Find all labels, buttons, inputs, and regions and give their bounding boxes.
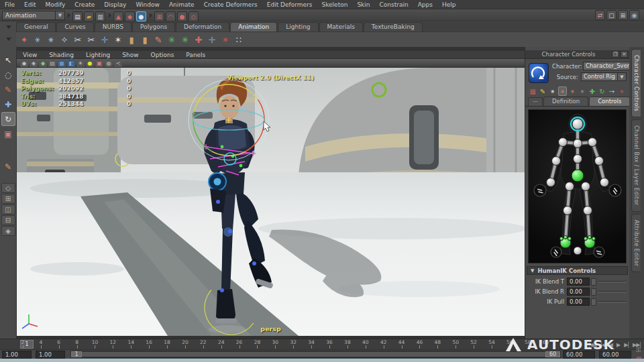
chevron-down-icon[interactable]: ▼ — [618, 72, 627, 81]
timeline-tick-4[interactable]: 4 — [39, 339, 42, 345]
menu-help[interactable]: Help — [437, 0, 461, 9]
range-bar[interactable] — [72, 352, 559, 357]
shelf-tab-nurbs[interactable]: NURBS — [95, 22, 131, 32]
shelf-parent-constraint-icon[interactable]: ✶ — [219, 33, 232, 46]
timeline-tick-34[interactable]: 34 — [308, 339, 315, 345]
field-value-input[interactable]: 0.00 — [567, 278, 590, 286]
menu-constrain[interactable]: Constrain — [375, 0, 413, 9]
timeline-tick-12[interactable]: 12 — [110, 339, 117, 345]
grid-display-icon[interactable]: ⊞ — [618, 10, 628, 20]
modeling-toolkit-icon[interactable]: ▢ — [606, 10, 616, 20]
playback-end-field[interactable]: 60.00 — [563, 351, 595, 359]
timeline-tick-40[interactable]: 40 — [362, 339, 369, 345]
snap-to-curve-icon[interactable]: ◠ — [166, 11, 176, 21]
timeline-tick-26[interactable]: 26 — [236, 339, 243, 345]
shelf-scale-constraint-icon[interactable]: ✛ — [205, 33, 219, 46]
humanik-controls-section[interactable]: ▼ HumanIK Controls — [527, 266, 628, 275]
animation-start-field[interactable]: 1.00 — [2, 351, 32, 359]
source-value[interactable]: Control Rig — [581, 72, 618, 81]
select-camera-icon[interactable]: ◉ — [20, 60, 28, 67]
shelf-insert-joint-icon[interactable]: ✧ — [58, 33, 71, 46]
timeline-tick-32[interactable]: 32 — [290, 339, 297, 345]
shelf-mirror-joint-icon[interactable]: ✂ — [85, 33, 98, 46]
split-layout-button[interactable]: ⊟ — [1, 215, 15, 225]
keyable-toggle-icon[interactable] — [591, 288, 596, 296]
timeline-tick-2[interactable]: 2 — [21, 339, 25, 345]
viewport-menu-lighting[interactable]: Lighting — [80, 51, 116, 59]
new-scene-icon[interactable]: ▤ — [72, 11, 83, 21]
field-slider[interactable] — [598, 281, 627, 283]
xray-icon[interactable]: ≺ — [114, 60, 122, 67]
humanik-body-view[interactable] — [528, 109, 627, 263]
lasso-select-tool[interactable]: ◌ — [1, 68, 15, 82]
bookmark-icon[interactable]: ▤ — [48, 60, 56, 67]
shelf-tab-polygons[interactable]: Polygons — [132, 22, 175, 32]
two-d-pan-zoom-icon[interactable]: ◧ — [67, 60, 75, 67]
film-gate-icon[interactable]: ✳ — [76, 60, 85, 67]
side-tab-attribute-editor[interactable]: Attribute Editor — [631, 214, 641, 273]
character-controls-titlebar[interactable]: Character Controls ❐ ✕ — [525, 50, 629, 59]
symmetry-icon[interactable]: ⇄ — [595, 10, 605, 20]
play-backwards-button[interactable]: ◀ — [607, 342, 614, 348]
character-controls-toggle-icon[interactable]: ◉ — [629, 10, 639, 20]
menu-window[interactable]: Window — [131, 0, 164, 9]
shelf-ik-handle-icon[interactable]: ⚹ — [31, 33, 44, 46]
viewport-menu-options[interactable]: Options — [145, 51, 180, 59]
timeline-tick-16[interactable]: 16 — [146, 339, 152, 345]
timeline-tick-52[interactable]: 52 — [470, 339, 477, 345]
shelf-skeleton-icon[interactable]: ✶ — [111, 33, 125, 46]
grease-pencil-icon[interactable]: ◍ — [105, 60, 113, 67]
snap-to-grid-icon[interactable]: ⊞ — [154, 11, 164, 21]
select-hierarchy-icon[interactable]: ▲ — [113, 11, 123, 21]
keying-mode-icon[interactable]: ▦ — [529, 86, 537, 96]
timeline-tick-14[interactable]: 14 — [127, 339, 134, 345]
timeline-tick-20[interactable]: 20 — [182, 339, 189, 345]
timeline-tick-60[interactable]: 60 — [543, 339, 549, 345]
menu-animate[interactable]: Animate — [164, 0, 199, 9]
snap-to-point-icon[interactable]: ● — [177, 11, 187, 21]
snap-to-plane-icon[interactable]: ◇ — [189, 11, 199, 21]
keyable-toggle-icon[interactable] — [591, 298, 596, 306]
rotate-tool[interactable]: ↻ — [1, 112, 15, 126]
viewport-3d-view[interactable]: Verts:2077390Edges:4128570Polygons:20209… — [17, 68, 525, 336]
timeline-tick-54[interactable]: 54 — [488, 339, 495, 345]
shelf-orient-joint-icon[interactable]: ✛ — [98, 33, 111, 46]
scale-tool[interactable]: ▣ — [1, 127, 15, 141]
timeline-tick-38[interactable]: 38 — [344, 339, 351, 345]
side-tab-channel-box-layer-editor[interactable]: Channel Box / Layer Editor — [631, 119, 641, 212]
tab-controls[interactable]: Controls — [589, 97, 630, 106]
shelf-ik-spline-icon[interactable]: ⚹ — [44, 33, 58, 46]
tab-stub[interactable]: — — [528, 97, 543, 106]
select-component-icon[interactable]: ● — [136, 11, 146, 21]
range-end-handle[interactable]: 60 — [545, 351, 560, 357]
field-slider[interactable] — [598, 291, 627, 293]
persp-outliner-layout-button[interactable]: ◫ — [1, 204, 15, 215]
last-tool-paint-icon[interactable]: ✎ — [1, 160, 15, 174]
move-tool[interactable]: ✚ — [1, 97, 15, 111]
statusline-separator[interactable] — [107, 11, 111, 20]
viewport-menu-show[interactable]: Show — [116, 51, 144, 59]
timeline-tick-22[interactable]: 22 — [200, 339, 207, 345]
field-value-input[interactable]: 0.00 — [567, 298, 590, 306]
timeline-tick-10[interactable]: 10 — [92, 339, 99, 345]
step-back-key-button[interactable]: |◀ — [598, 342, 607, 348]
shelf-bind-skin-icon[interactable]: ▮ — [125, 33, 138, 46]
tab-definition[interactable]: Definition — [543, 97, 588, 106]
shelf-connect-joint-icon[interactable]: ✂ — [71, 33, 85, 46]
menu-edit-deformers[interactable]: Edit Deformers — [262, 0, 317, 9]
field-slider[interactable] — [598, 301, 627, 303]
timeline-tick-24[interactable]: 24 — [218, 339, 225, 345]
time-slider[interactable]: 1 24681012141618202224262830323436384042… — [0, 339, 644, 349]
float-panel-icon[interactable]: ❐ — [612, 51, 619, 58]
shelf-tab-deformation[interactable]: Deformation — [176, 22, 229, 32]
timeline-tick-18[interactable]: 18 — [164, 339, 170, 345]
menu-create-deformers[interactable]: Create Deformers — [199, 0, 262, 9]
range-start-handle[interactable]: 1 — [71, 351, 82, 357]
timeline-tick-6[interactable]: 6 — [57, 339, 60, 345]
time-ruler[interactable]: 1 24681012141618202224262830323436384042… — [0, 339, 593, 349]
shelf-orient-constraint-icon[interactable]: ✚ — [192, 33, 205, 46]
shelf-paint-weights-icon[interactable]: ✎ — [152, 33, 165, 46]
viewport-menu-panels[interactable]: Panels — [180, 51, 211, 59]
timeline-tick-48[interactable]: 48 — [435, 339, 441, 345]
character-value[interactable]: Character_Sven — [583, 62, 633, 70]
